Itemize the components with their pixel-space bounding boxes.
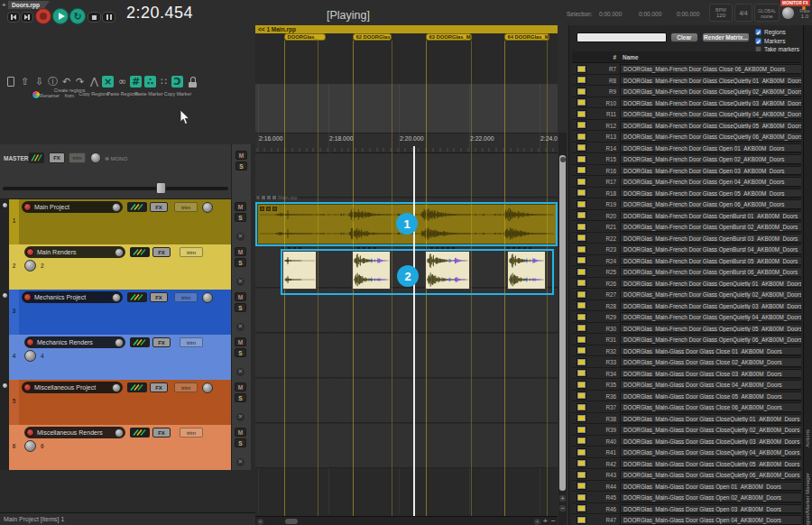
region-name[interactable]: DOORGlas_Main-Glass Door Glass Close 05_… (620, 391, 801, 401)
region-row[interactable]: R8DOORGlas_Main-French Door Glass CloseQ… (572, 75, 801, 87)
region-row[interactable]: R36DOORGlas_Main-Glass Door Glass Close … (572, 391, 801, 402)
master-pan-knob[interactable] (90, 152, 101, 163)
region-row[interactable]: R31DOORGlas_Main-French Door Glass OpenQ… (572, 334, 801, 345)
pause-button[interactable] (102, 12, 115, 23)
region-name[interactable]: DOORGlas_Main-Glass Door Glass Close 02_… (620, 357, 801, 367)
track-color-tab[interactable]: 2 (9, 244, 19, 290)
region-color-swatch[interactable] (577, 392, 586, 399)
route-button[interactable] (130, 337, 150, 347)
region-row[interactable]: R14DOORGlas_Main-French Door Glass Open … (572, 143, 801, 154)
trim-button[interactable]: trim (180, 247, 203, 257)
region-name[interactable]: DOORGlas_Main-French Door Glass Open 01_… (620, 143, 801, 153)
track-name-pill[interactable]: Mechanics Renders (24, 336, 125, 348)
record-arm-icon[interactable] (23, 203, 32, 211)
region-row[interactable]: R43DOORGlas_Main-Glass Door Glass CloseQ… (572, 469, 801, 481)
track-name-pill[interactable]: Mechanics Project (22, 291, 123, 303)
pan-knob[interactable] (202, 292, 213, 303)
region-name[interactable]: DOORGlas_Main-French Door Glass CloseQui… (620, 132, 801, 142)
region-name[interactable]: DOORGlas_Main-French Door Glass CloseQui… (620, 98, 801, 108)
region-row[interactable]: R41DOORGlas_Main-Glass Door Glass CloseQ… (572, 447, 801, 458)
toolbar-label[interactable]: Copy Marker (160, 91, 196, 97)
master-route-icon[interactable] (29, 152, 44, 163)
region-color-swatch[interactable] (577, 347, 586, 354)
pan-knob[interactable] (202, 382, 213, 393)
region-color-swatch[interactable] (577, 302, 586, 309)
solo-button[interactable]: S (235, 438, 246, 447)
pan-knob[interactable] (24, 440, 36, 452)
region-color-swatch[interactable] (577, 99, 586, 106)
region-color-swatch[interactable] (577, 517, 586, 523)
region-row[interactable]: R21DOORGlas_Main-French Door Glass OpenB… (572, 221, 801, 233)
region-color-swatch[interactable] (577, 291, 586, 298)
pan-knob[interactable] (202, 202, 213, 213)
region-name[interactable]: DOORGlas_Main-French Door Glass OpenBurs… (620, 234, 801, 244)
volume-knob[interactable] (115, 338, 124, 347)
action-d-icon[interactable]: Ɔ (171, 76, 183, 88)
region-name[interactable]: DOORGlas_Main-French Door Glass OpenQuie… (620, 312, 801, 322)
region-name[interactable]: DOORGlas_Main-French Door Glass Open 03_… (620, 166, 801, 176)
link-icon[interactable]: ∞ (116, 76, 128, 88)
hscroll-dot-icon[interactable]: • (257, 519, 263, 525)
global-automation[interactable]: GLOBALnone (754, 4, 780, 22)
solo-button[interactable]: S (235, 303, 246, 312)
region-name[interactable]: DOORGlas_Main-Glass Door Glass Close 01_… (620, 346, 801, 356)
fx-button[interactable]: FX (150, 382, 168, 392)
region-color-swatch[interactable] (577, 246, 586, 253)
region-name[interactable]: DOORGlas_Main-French Door Glass Open 04_… (620, 177, 801, 187)
region-name[interactable]: DOORGlas_Main-French Door Glass OpenQuie… (620, 279, 801, 289)
folder-toggle[interactable] (2, 292, 8, 299)
master-trim-button[interactable]: trim (69, 152, 86, 163)
track-name-pill[interactable]: Miscellaneous Renders (24, 427, 125, 438)
region-color-swatch[interactable] (577, 336, 586, 343)
hscroll-thumb[interactable] (285, 519, 298, 524)
region-color-swatch[interactable] (577, 212, 586, 218)
envelope-hide-button[interactable]: ✕ (236, 413, 245, 421)
clear-button[interactable]: Clear (670, 32, 698, 42)
arrange-view[interactable]: << 1 Main.rpp 2:16.0002:18.0002:20.0002:… (255, 25, 558, 525)
region-name[interactable]: DOORGlas_Main-French Door Glass CloseQui… (620, 109, 801, 119)
monitor-fx-badge[interactable]: MONITOR FX (780, 0, 810, 6)
manager-search-input[interactable] (577, 32, 667, 42)
region-color-swatch[interactable] (577, 179, 586, 185)
region-row[interactable]: R10DOORGlas_Main-French Door Glass Close… (572, 97, 801, 109)
region-color-swatch[interactable] (577, 325, 586, 331)
region-color-swatch[interactable] (577, 404, 586, 410)
region-name[interactable]: DOORGlas_Main-Glass Door Glass Close 04_… (620, 380, 801, 390)
checkbox-box[interactable]: ✓ (755, 38, 761, 44)
volume-knob[interactable] (112, 383, 121, 392)
project-region-bar[interactable]: << 1 Main.rpp (255, 25, 558, 33)
region-name[interactable]: DOORGlas_Main-French Door Glass OpenBurs… (620, 211, 801, 221)
playrate-knob[interactable] (781, 6, 795, 20)
track-color-tab[interactable]: 6 (9, 425, 19, 470)
region-color-swatch[interactable] (577, 189, 586, 196)
route-button[interactable] (127, 202, 147, 212)
docker-tab-actions[interactable]: Actions (805, 429, 810, 447)
route-button[interactable] (127, 382, 147, 392)
undo-icon[interactable]: ↶ (60, 76, 72, 88)
info-icon[interactable]: ⓘ (47, 76, 59, 88)
horizontal-scrollbar[interactable]: • • + − (255, 516, 558, 525)
pan-knob[interactable] (24, 350, 36, 362)
region-color-swatch[interactable] (577, 370, 586, 376)
region-marker-flag[interactable]: 64 DOORGlas_Ma (504, 33, 549, 41)
track-body[interactable]: Mechanics RendersFXtrim4 (19, 335, 231, 380)
region-color-swatch[interactable] (577, 505, 586, 511)
region-row[interactable]: R38DOORGlas_Main-Glass Door Glass CloseQ… (572, 413, 801, 425)
region-color-swatch[interactable] (577, 438, 586, 444)
go-to-start-button[interactable] (7, 12, 20, 23)
region-name[interactable]: DOORGlas_Main-French Door Glass OpenQuie… (620, 290, 801, 299)
region-name[interactable]: DOORGlas_Main-French Door Glass Close 06… (620, 64, 801, 74)
volume-knob[interactable] (115, 248, 124, 257)
region-color-swatch[interactable] (577, 167, 586, 173)
razor-icon[interactable]: × (102, 76, 114, 88)
region-marker-flag[interactable]: DOORGlas_ (284, 33, 326, 41)
region-name[interactable]: DOORGlas_Main-Glass Door Glass CloseQuie… (620, 470, 801, 480)
region-name[interactable]: DOORGlas_Main-French Door Glass CloseQui… (620, 121, 801, 131)
region-color-swatch[interactable] (577, 111, 586, 117)
region-row[interactable]: R24DOORGlas_Main-French Door Glass OpenB… (572, 255, 801, 267)
checkbox-box[interactable]: ✓ (755, 29, 761, 35)
pan-knob[interactable] (24, 260, 36, 272)
region-color-swatch[interactable] (577, 472, 586, 478)
trim-button[interactable]: trim (180, 428, 203, 438)
region-name[interactable]: DOORGlas_Main-French Door Glass OpenBurs… (620, 244, 801, 254)
